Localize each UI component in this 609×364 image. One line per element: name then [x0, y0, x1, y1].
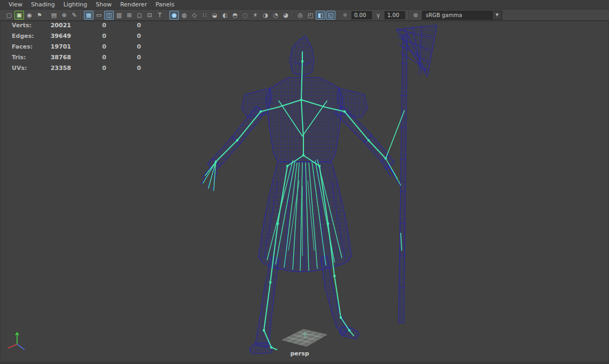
colorspace-dropdown[interactable]: sRGB gamma ▼ — [422, 11, 502, 20]
hud-extra-1: 0 — [71, 22, 106, 29]
field-chart-icon[interactable]: ⊞ — [124, 11, 134, 20]
image-plane-icon[interactable]: ▤ — [49, 11, 59, 20]
hud-label: UVs: — [12, 65, 43, 72]
grid-icon[interactable]: ▦ — [84, 11, 93, 20]
axis-x — [8, 344, 17, 348]
film-gate-icon[interactable]: ▭ — [94, 11, 104, 20]
exposure-field[interactable]: 0.00 — [352, 11, 372, 19]
menu-shading[interactable]: Shading — [27, 1, 59, 9]
hud-label: Verts: — [12, 22, 43, 29]
flat-shade-icon[interactable]: ◍ — [179, 11, 189, 20]
colorspace-value: sRGB gamma — [426, 12, 462, 18]
toolbar-group-layout: ◎◰◧◱ — [293, 11, 338, 20]
axis-z — [17, 344, 25, 350]
gamma-field[interactable]: 1.00 — [385, 11, 405, 19]
hud-extra-2: 0 — [106, 65, 141, 72]
ground-plane[interactable] — [282, 329, 327, 346]
toolbar-group-shading: ●◍◇∷◒◐◓◌☀◑◔◕ — [167, 11, 293, 20]
axis-gizmo — [8, 333, 25, 350]
camera-label: persp — [0, 350, 599, 357]
menu-lighting[interactable]: Lighting — [59, 1, 91, 9]
hud-value: 20021 — [43, 22, 71, 29]
safe-action-icon[interactable]: ◻ — [135, 11, 144, 20]
gamma-icon[interactable]: γ — [373, 11, 383, 20]
left-leg-mesh — [255, 257, 279, 347]
single-pane-icon[interactable]: ◰ — [306, 11, 315, 20]
hud-value: 19701 — [43, 43, 71, 50]
hud-value: 38768 — [43, 54, 71, 61]
viewport-panel[interactable]: Verts: 20021 0 0 Edges: 39649 0 0 Faces:… — [0, 21, 609, 364]
hud-extra-2: 0 — [106, 22, 141, 29]
toolbar-group-gates: ▦▭◫▥⊞◻⊡T — [81, 11, 167, 20]
hud-label: Tris: — [12, 54, 43, 61]
panel-toolbar: ▢▣◉⚑ ▤⊕✎ ▦▭◫▥⊞◻⊡T ●◍◇∷◒◐◓◌☀◑◔◕ ◎◰◧◱ ☼ 0.… — [0, 10, 609, 21]
torso-mesh — [266, 77, 343, 162]
wireframe-on-shaded-icon[interactable]: ◒ — [210, 11, 220, 20]
hud-stats: Verts: 20021 0 0 Edges: 39649 0 0 Faces:… — [12, 22, 141, 72]
hud-label: Faces: — [12, 43, 43, 50]
right-foot-mesh — [340, 326, 359, 339]
toolbar-group-tools: ▤⊕✎ — [46, 11, 81, 20]
hud-extra-1: 0 — [71, 54, 106, 61]
hud-value: 39649 — [43, 33, 71, 39]
pencil-icon[interactable]: ✎ — [69, 11, 79, 20]
isolate-select-icon[interactable]: ◎ — [295, 11, 305, 20]
hud-extra-2: 0 — [106, 33, 141, 39]
hud-extra-1: 0 — [71, 33, 106, 39]
split-pane-icon[interactable]: ◧ — [316, 11, 325, 20]
staff-wireframe[interactable] — [396, 25, 437, 323]
occlusion-icon[interactable]: ◔ — [271, 11, 280, 20]
hud-extra-2: 0 — [106, 43, 141, 50]
menu-renderer[interactable]: Renderer — [116, 1, 151, 9]
points-icon[interactable]: ∷ — [200, 11, 209, 20]
staff-shaft — [399, 35, 407, 323]
motion-blur-icon[interactable]: ◕ — [281, 11, 291, 20]
menu-panels[interactable]: Panels — [151, 1, 178, 9]
toolbar-group-colorspace: ⊚ sRGB gamma ▼ — [408, 11, 504, 20]
hud-extra-1: 0 — [71, 65, 106, 72]
lights-icon[interactable]: ☀ — [251, 11, 260, 20]
right-leg-mesh — [321, 256, 350, 335]
axis-y — [15, 333, 19, 344]
hud-label: Edges: — [12, 33, 43, 39]
resolution-gate-icon[interactable]: ◫ — [104, 11, 114, 20]
camera-attributes-icon[interactable]: ◉ — [25, 11, 34, 20]
use-default-material-icon[interactable]: ◓ — [230, 11, 240, 20]
viewport-canvas[interactable] — [0, 21, 609, 364]
character-wireframe[interactable] — [201, 36, 400, 354]
color-management-icon[interactable]: ⊚ — [411, 11, 420, 20]
grab-view-icon[interactable]: ▣ — [14, 11, 24, 20]
safe-title-icon[interactable]: ⊡ — [145, 11, 154, 20]
select-camera-icon[interactable]: ▢ — [4, 11, 14, 20]
hud-extra-2: 0 — [106, 54, 141, 61]
quad-pane-icon[interactable]: ◱ — [326, 11, 335, 20]
textured-icon[interactable]: ◐ — [220, 11, 230, 20]
hud-extra-1: 0 — [71, 43, 106, 50]
panel-menubar: ViewShadingLightingShowRendererPanels — [0, 0, 609, 10]
toolbar-group-exposure: ☼ 0.00 γ 1.00 — [338, 11, 408, 20]
shadows-icon[interactable]: ◑ — [261, 11, 270, 20]
menu-view[interactable]: View — [4, 1, 27, 9]
bookmark-icon[interactable]: ⚑ — [35, 11, 44, 20]
toolbar-group-camera: ▢▣◉⚑ — [2, 11, 46, 20]
smooth-shade-icon[interactable]: ● — [169, 11, 179, 20]
hud-value: 23358 — [43, 65, 71, 72]
xray-icon[interactable]: ◌ — [240, 11, 250, 20]
menu-show[interactable]: Show — [91, 1, 116, 9]
gate-mask-icon[interactable]: ▥ — [114, 11, 124, 20]
frame-text-icon[interactable]: T — [155, 11, 165, 20]
2d-pan-zoom-icon[interactable]: ⊕ — [59, 11, 69, 20]
chevron-down-icon[interactable]: ▼ — [492, 11, 502, 19]
bounding-box-icon[interactable]: ◇ — [190, 11, 199, 20]
exposure-icon[interactable]: ☼ — [340, 11, 350, 20]
